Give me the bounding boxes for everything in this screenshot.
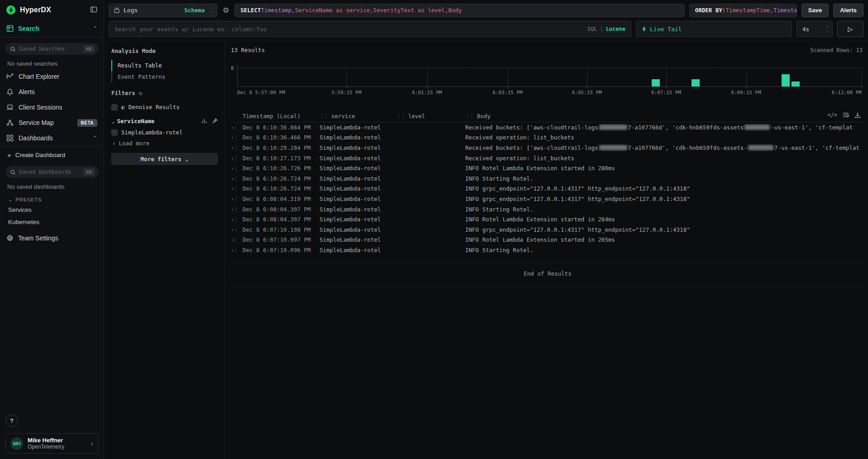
code-view-icon[interactable]: </> [827, 112, 837, 118]
live-tail-button[interactable]: Live Tail [636, 21, 792, 37]
sql-orderby-expression[interactable]: ORDER BY (TimestampTime, Timestamp) DESC [689, 4, 797, 17]
expand-row-icon[interactable]: › [231, 196, 234, 202]
preset-item-kubernetes[interactable]: Kubernetes [0, 216, 104, 228]
presets-toggle[interactable]: ⌄ PRESETS [0, 192, 104, 204]
create-dashboard-button[interactable]: + Create Dashboard [0, 146, 104, 161]
column-header-service[interactable]: ⋮⋮service [320, 113, 396, 120]
chevron-up-icon[interactable]: ⌃ [93, 135, 97, 141]
checkbox[interactable] [111, 104, 118, 110]
saved-dashboards-searchbox[interactable]: ⌘K [5, 166, 98, 178]
histogram-bar[interactable] [792, 81, 800, 86]
table-row[interactable]: ›|Dec 8 6:08:04.307 PMSimpleLambda-rotel… [231, 214, 864, 225]
column-header-timestamp[interactable]: Timestamp (Local) [243, 113, 320, 120]
expand-row-icon[interactable]: › [231, 175, 234, 182]
more-filters-button[interactable]: More filters ⌄ [111, 153, 218, 165]
chevron-up-icon[interactable]: ⌃ [93, 25, 97, 32]
expand-row-icon[interactable]: › [231, 247, 234, 253]
expand-row-icon[interactable]: › [231, 185, 234, 192]
histogram-bar[interactable] [652, 79, 660, 86]
saved-searches-input[interactable] [19, 46, 80, 52]
drag-grip-icon[interactable]: ⋮⋮ [320, 113, 328, 119]
refresh-icon[interactable]: ↻ [139, 90, 143, 96]
saved-searches-searchbox[interactable]: ⌘K [5, 43, 98, 55]
table-row[interactable]: ›|Dec 8 6:10:27.173 PMSimpleLambda-rotel… [231, 153, 864, 163]
sidebar-item-dashboards[interactable]: Dashboards ⌃ [0, 130, 104, 146]
table-row[interactable]: ›|Dec 8 6:10:29.284 PMSimpleLambda-rotel… [231, 143, 864, 153]
table-row[interactable]: ›|Dec 8 6:07:10.096 PMSimpleLambda-rotel… [231, 245, 864, 255]
sidebar-item-client-sessions[interactable]: Client Sessions [0, 100, 104, 115]
expand-row-icon[interactable]: › [231, 226, 234, 233]
table-header: Timestamp (Local) ⋮⋮service ⋮⋮level ⋮⋮Bo… [231, 110, 864, 122]
language-toggle[interactable]: SQL|Lucene [587, 26, 625, 32]
cell-timestamp: Dec 8 6:08:04.307 PM [243, 216, 320, 223]
filter-group-servicename[interactable]: ⌄ ServiceName [111, 118, 218, 124]
expand-row-icon[interactable]: › [231, 155, 234, 162]
sql-select-expression[interactable]: SELECT Timestamp, ServiceName as service… [234, 4, 684, 17]
histogram-bar[interactable] [782, 74, 790, 86]
drag-grip-icon[interactable]: ⋮⋮ [465, 113, 473, 119]
expand-row-icon[interactable]: › [231, 236, 234, 243]
row-divider: | [234, 226, 238, 233]
column-header-level[interactable]: ⋮⋮level [396, 113, 465, 120]
sidebar-item-chart-explorer[interactable]: Chart Explorer [0, 69, 104, 84]
preset-item-services[interactable]: Services [0, 204, 104, 216]
source-select[interactable]: Logs Schema ⌃⌄ [109, 4, 217, 17]
table-row[interactable]: ›|Dec 8 6:07:10.108 PMSimpleLambda-rotel… [231, 225, 864, 235]
x-tick-label: Dec 8 5:57:00 PM [237, 90, 285, 96]
download-icon[interactable] [854, 112, 861, 118]
denoise-label: Denoise Results [129, 104, 180, 110]
expand-row-icon[interactable]: › [231, 124, 234, 131]
load-more-button[interactable]: › Load more [111, 138, 218, 148]
pin-icon[interactable] [212, 118, 218, 124]
nav-label: Alerts [19, 88, 35, 96]
cell-service: SimpleLambda-rotel [320, 247, 396, 253]
lang-sql[interactable]: SQL [587, 26, 597, 32]
checkbox[interactable] [111, 129, 118, 136]
sidebar-item-team-settings[interactable]: Team Settings [0, 228, 104, 248]
histogram-plot-area[interactable] [237, 64, 862, 87]
event-search-input[interactable] [114, 26, 584, 33]
y-axis-max-label: 8 [231, 65, 234, 71]
expand-row-icon[interactable]: › [231, 134, 234, 141]
load-more-label: Load more [119, 140, 150, 147]
events-histogram[interactable]: 8 Dec 8 5:57:00 PM5:59:15 PM6:01:15 PM6:… [231, 64, 864, 97]
alerts-button[interactable]: Alerts [833, 4, 863, 17]
sidebar-collapse-icon[interactable] [90, 6, 97, 14]
table-row[interactable]: ›|Dec 8 6:10:26.726 PMSimpleLambda-rotel… [231, 163, 864, 173]
table-row[interactable]: ›|Dec 8 6:10:36.864 PMSimpleLambda-rotel… [231, 122, 864, 133]
sidebar-item-alerts[interactable]: Alerts [0, 84, 104, 100]
sql-token: SELECT [240, 7, 261, 14]
table-row[interactable]: ›|Dec 8 6:08:04.307 PMSimpleLambda-rotel… [231, 204, 864, 215]
expand-row-icon[interactable]: › [231, 165, 234, 172]
mode-results-table[interactable]: Results Table [111, 60, 218, 71]
run-query-button[interactable]: ▷ [837, 21, 863, 37]
expand-row-icon[interactable]: › [231, 216, 234, 223]
table-row[interactable]: ›|Dec 8 6:10:26.724 PMSimpleLambda-rotel… [231, 173, 864, 184]
main: Logs Schema ⌃⌄ ⚙ SELECT Timestamp, Servi… [104, 0, 868, 459]
filter-option-simplelambda-rotel[interactable]: SimpleLambda-rotel [111, 127, 218, 138]
expand-row-icon[interactable]: › [231, 206, 234, 213]
wrap-lines-icon[interactable] [843, 112, 849, 118]
sidebar-item-service-map[interactable]: Service Map BETA [0, 115, 104, 130]
help-button[interactable]: ? [5, 414, 18, 427]
saved-dashboards-input[interactable] [19, 169, 80, 175]
table-row[interactable]: ›|Dec 8 6:10:26.724 PMSimpleLambda-rotel… [231, 184, 864, 194]
interval-select[interactable]: 4s ⌃⌄ [796, 21, 833, 37]
sidebar-item-search[interactable]: Search ⌃ [0, 20, 104, 37]
table-row[interactable]: ›|Dec 8 6:08:04.319 PMSimpleLambda-rotel… [231, 194, 864, 204]
user-menu[interactable]: MH Mike Heffner OpenTelemetry › [5, 433, 98, 454]
source-settings-gear-icon[interactable]: ⚙ [222, 6, 230, 14]
mode-event-patterns[interactable]: Event Patterns [111, 71, 218, 82]
save-button[interactable]: Save [801, 4, 829, 17]
denoise-results-checkbox-row[interactable]: ◐ Denoise Results [111, 102, 218, 112]
drag-grip-icon[interactable]: ⋮⋮ [396, 113, 405, 119]
table-row[interactable]: ›|Dec 8 6:07:10.097 PMSimpleLambda-rotel… [231, 235, 864, 245]
event-searchbox[interactable]: SQL|Lucene [109, 21, 631, 37]
column-header-body[interactable]: ⋮⋮Body [465, 113, 864, 120]
bar-chart-icon[interactable] [201, 118, 207, 124]
lang-lucene[interactable]: Lucene [606, 26, 625, 32]
histogram-bar[interactable] [692, 79, 700, 86]
schema-link[interactable]: Schema [184, 7, 205, 14]
table-row[interactable]: ›|Dec 8 6:10:36.466 PMSimpleLambda-rotel… [231, 133, 864, 143]
expand-row-icon[interactable]: › [231, 144, 234, 151]
